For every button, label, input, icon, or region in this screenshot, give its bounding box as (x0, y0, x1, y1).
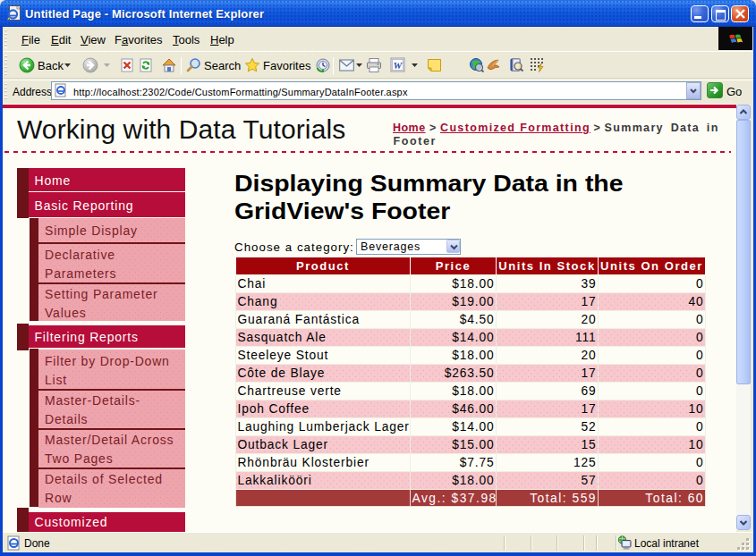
svg-text:W: W (394, 60, 403, 71)
